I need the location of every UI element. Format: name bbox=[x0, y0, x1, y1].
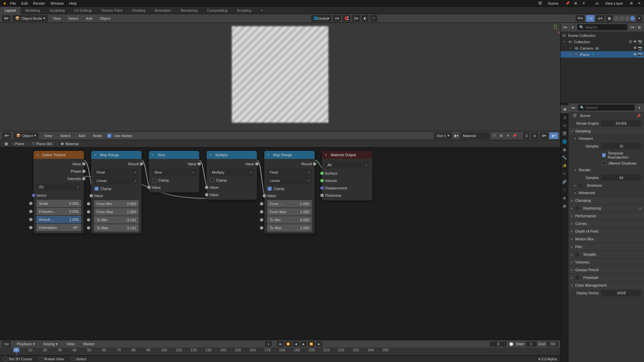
node-maprange-2[interactable]: Map Range Result Float Linear Clamp Valu… bbox=[264, 151, 315, 234]
maprange1-clamp[interactable]: Clamp bbox=[91, 185, 142, 192]
maprange2-frommin[interactable]: From ...-1.000 bbox=[267, 200, 312, 207]
shading-options[interactable]: ▾ bbox=[636, 15, 642, 22]
multiply-value-b[interactable]: Value bbox=[207, 191, 257, 198]
material-new[interactable]: ⊞ bbox=[498, 133, 504, 138]
maprange2-tomin[interactable]: To Min0.000 bbox=[267, 216, 312, 224]
output-thickness[interactable]: Thickness bbox=[322, 192, 372, 199]
gabor-vector-input[interactable]: Vector bbox=[34, 192, 84, 199]
panel-clamping[interactable]: Clamping bbox=[569, 197, 644, 204]
node-backdrop[interactable]: ◉▾ bbox=[549, 132, 558, 139]
rendered-shading[interactable] bbox=[630, 16, 635, 21]
node-canvas[interactable]: Gabor Texture Value Phase Intensity 2D V… bbox=[0, 147, 560, 340]
multiply-op-select[interactable]: Multiply bbox=[209, 169, 254, 176]
camera-data-icon[interactable]: 📹 bbox=[594, 46, 599, 51]
multiply-value-a[interactable]: Value bbox=[207, 184, 257, 191]
tab-shading[interactable]: Shading bbox=[127, 7, 150, 14]
node-overlay[interactable]: ◎ bbox=[531, 132, 538, 139]
node-gabor-texture[interactable]: Gabor Texture Value Phase Intensity 2D V… bbox=[34, 151, 84, 233]
tab-rendering[interactable]: Rendering bbox=[176, 7, 202, 14]
visibility-button[interactable]: 👁▾ bbox=[576, 15, 585, 22]
vis-icon[interactable]: 👁 bbox=[633, 40, 637, 44]
end-frame[interactable]: 250 bbox=[547, 342, 558, 347]
props-tab-modifiers[interactable]: 🔧 bbox=[560, 154, 569, 162]
jittered-check[interactable]: Jittered Shadows bbox=[569, 160, 644, 166]
bc-mesh[interactable]: ▽ Plane.001 bbox=[32, 141, 53, 146]
timeline-ruler[interactable]: 0 01020304050607080901001101201301401501… bbox=[0, 348, 560, 355]
viewlayer-name[interactable]: View Layer bbox=[602, 1, 626, 6]
tab-compositing[interactable]: Compositing bbox=[202, 7, 232, 14]
gizmo-button[interactable]: ⊹▾ bbox=[586, 15, 594, 22]
snap-type-button[interactable]: ⊡▾ bbox=[352, 15, 360, 22]
material-name[interactable]: Material bbox=[460, 132, 490, 139]
node-select-menu[interactable]: Select bbox=[57, 134, 73, 138]
maprange1-tomin[interactable]: To Min-3.142 bbox=[94, 216, 139, 224]
render-icon[interactable]: 📷 bbox=[638, 46, 643, 50]
output-volume[interactable]: Volume bbox=[322, 177, 372, 184]
props-tab-viewlayer[interactable]: 🗂 bbox=[560, 121, 569, 129]
outliner-search[interactable]: 🔍 Search bbox=[577, 24, 627, 30]
panel-curves[interactable]: Curves bbox=[569, 220, 644, 227]
sampling-panel[interactable]: Sampling bbox=[569, 127, 644, 135]
proportional-type-button[interactable]: 〰 bbox=[370, 15, 377, 22]
3d-viewport[interactable]: yx bbox=[0, 23, 560, 131]
gabor-orientation[interactable]: Orientation45° bbox=[36, 224, 81, 231]
props-options-icon[interactable]: ▾ bbox=[637, 105, 642, 110]
material-unlink[interactable]: ✕ bbox=[505, 133, 511, 138]
viewlayer-new-icon[interactable]: ⊞ bbox=[629, 1, 634, 6]
gabor-value-output[interactable]: Value bbox=[34, 160, 84, 168]
props-tab-render[interactable]: 🖥 bbox=[560, 105, 569, 113]
maprange2-dtype[interactable]: Float bbox=[267, 169, 312, 176]
tree-plane[interactable]: ▸ ▽ Plane ▽ 👁📷 bbox=[560, 51, 644, 58]
current-frame[interactable]: 0 bbox=[490, 342, 506, 347]
select-menu[interactable]: Select bbox=[65, 16, 81, 20]
props-tab-output[interactable]: 🖨 bbox=[560, 113, 569, 121]
outliner-filter-icon[interactable]: ▽▾ bbox=[629, 24, 635, 30]
play-reverse-button[interactable]: ◀ bbox=[292, 341, 299, 347]
tree-collection[interactable]: ▾ 🗀 Collection ☑👁📷 bbox=[560, 39, 644, 45]
xray-button[interactable]: ▦ bbox=[606, 15, 613, 22]
panel-film[interactable]: Film bbox=[569, 243, 644, 250]
solid-shading[interactable] bbox=[620, 16, 624, 21]
snap-button[interactable]: 🧲 bbox=[342, 15, 351, 22]
material-pin[interactable]: 📌 bbox=[512, 133, 517, 138]
overlay-button[interactable]: ◎▾ bbox=[596, 15, 604, 22]
marker-menu[interactable]: Marker bbox=[80, 342, 97, 346]
start-frame[interactable]: 1 bbox=[526, 342, 537, 347]
gabor-phase-output[interactable]: Phase bbox=[34, 168, 84, 175]
panel-grease pencil[interactable]: Grease Pencil bbox=[569, 266, 644, 274]
node-options[interactable]: ⊞▾ bbox=[540, 132, 548, 139]
tab-scripting[interactable]: Scripting bbox=[232, 7, 256, 14]
scene-name[interactable]: Scene bbox=[545, 1, 562, 6]
shader-type-select[interactable]: 📦 Object ▾ bbox=[13, 132, 39, 139]
tab-uv-editing[interactable]: UV Editing bbox=[69, 7, 96, 14]
mode-select[interactable]: 📦 Object Mode ▾ bbox=[12, 15, 48, 22]
editor-type-button[interactable]: ⊞▾ bbox=[2, 15, 10, 22]
maprange2-frommax[interactable]: From Max1.000 bbox=[267, 208, 312, 216]
tab-sculpting[interactable]: Sculpting bbox=[45, 7, 69, 14]
keying-menu[interactable]: Keying ▾ bbox=[41, 342, 61, 346]
node-add-menu[interactable]: Add bbox=[76, 134, 88, 138]
panel-raytracing[interactable]: Raytracing≡ bbox=[569, 204, 644, 212]
vis-icon[interactable]: 👁 bbox=[633, 52, 637, 57]
scene-pin-icon[interactable]: 📌 bbox=[565, 1, 570, 6]
menu-help[interactable]: Help bbox=[66, 1, 79, 5]
output-header[interactable]: Material Output bbox=[322, 151, 372, 159]
gabor-anisotropy[interactable]: Anisotr...1.000 bbox=[36, 216, 81, 223]
node-view-menu[interactable]: View bbox=[42, 134, 55, 138]
gabor-intensity-output[interactable]: Intensity bbox=[34, 175, 84, 182]
maprange1-value-input[interactable]: Value bbox=[91, 192, 142, 199]
shadows-subpanel[interactable]: Shadows bbox=[569, 182, 644, 189]
view-menu[interactable]: View bbox=[50, 16, 63, 20]
proportional-button[interactable]: ◐ bbox=[362, 15, 369, 22]
vis-icon[interactable]: 👁 bbox=[633, 46, 637, 50]
render-subpanel[interactable]: Render bbox=[569, 166, 644, 174]
gabor-frequency[interactable]: Frequen...2.000 bbox=[36, 208, 81, 215]
props-tab-constraints[interactable]: 🔗 bbox=[560, 178, 569, 186]
output-surface[interactable]: Surface bbox=[322, 170, 372, 177]
node-maprange-1[interactable]: Map Range Result Float Linear Clamp Valu… bbox=[91, 151, 142, 234]
scene-new-icon[interactable]: ⊞ bbox=[573, 1, 578, 6]
excl-icon[interactable]: ☑ bbox=[629, 40, 632, 44]
jump-next-key-button[interactable]: ⏩ bbox=[308, 341, 315, 347]
menu-file[interactable]: File bbox=[7, 1, 19, 5]
maprange2-value-input[interactable]: Value bbox=[264, 192, 315, 199]
